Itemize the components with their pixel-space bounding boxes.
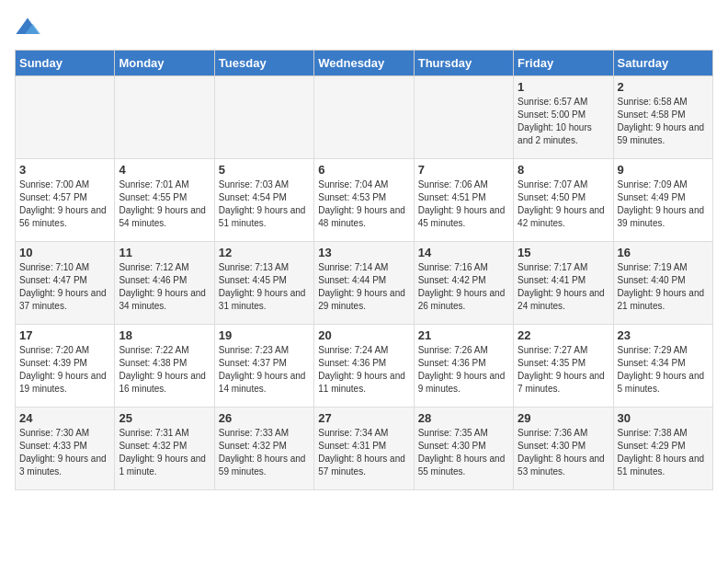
calendar-cell: [314, 76, 414, 159]
day-info: Sunrise: 7:03 AM Sunset: 4:54 PM Dayligh…: [219, 178, 310, 230]
day-number: 7: [418, 163, 509, 177]
header: [15, 15, 713, 40]
day-header-sunday: Sunday: [16, 51, 115, 76]
day-header-friday: Friday: [514, 51, 613, 76]
day-info: Sunrise: 7:33 AM Sunset: 4:32 PM Dayligh…: [219, 427, 310, 478]
calendar-cell: 30Sunrise: 7:38 AM Sunset: 4:29 PM Dayli…: [613, 408, 712, 490]
day-number: 3: [19, 163, 110, 177]
day-info: Sunrise: 7:27 AM Sunset: 4:35 PM Dayligh…: [518, 344, 609, 396]
calendar-cell: 18Sunrise: 7:22 AM Sunset: 4:38 PM Dayli…: [115, 325, 214, 408]
day-number: 16: [618, 246, 709, 259]
day-number: 11: [119, 246, 210, 259]
calendar-cell: 4Sunrise: 7:01 AM Sunset: 4:55 PM Daylig…: [115, 159, 214, 242]
day-number: 2: [618, 80, 709, 94]
day-number: 28: [418, 411, 509, 425]
day-number: 4: [119, 163, 210, 177]
day-info: Sunrise: 7:34 AM Sunset: 4:31 PM Dayligh…: [318, 427, 409, 478]
calendar-cell: 12Sunrise: 7:13 AM Sunset: 4:45 PM Dayli…: [214, 242, 313, 325]
calendar-cell: 7Sunrise: 7:06 AM Sunset: 4:51 PM Daylig…: [414, 159, 513, 242]
calendar-cell: 15Sunrise: 7:17 AM Sunset: 4:41 PM Dayli…: [514, 242, 613, 325]
day-number: 26: [219, 411, 310, 425]
day-header-monday: Monday: [115, 51, 214, 76]
calendar-cell: 25Sunrise: 7:31 AM Sunset: 4:32 PM Dayli…: [115, 408, 214, 490]
calendar-cell: 29Sunrise: 7:36 AM Sunset: 4:30 PM Dayli…: [514, 408, 613, 490]
calendar-table: SundayMondayTuesdayWednesdayThursdayFrid…: [15, 50, 713, 490]
day-info: Sunrise: 7:09 AM Sunset: 4:49 PM Dayligh…: [618, 178, 709, 230]
day-header-wednesday: Wednesday: [314, 51, 414, 76]
day-number: 1: [518, 80, 609, 94]
day-info: Sunrise: 7:29 AM Sunset: 4:34 PM Dayligh…: [618, 344, 709, 396]
day-number: 30: [618, 411, 709, 425]
day-info: Sunrise: 7:26 AM Sunset: 4:36 PM Dayligh…: [418, 344, 509, 396]
day-number: 20: [318, 328, 409, 342]
day-info: Sunrise: 7:01 AM Sunset: 4:55 PM Dayligh…: [119, 178, 210, 230]
calendar-cell: 11Sunrise: 7:12 AM Sunset: 4:46 PM Dayli…: [115, 242, 214, 325]
day-info: Sunrise: 7:19 AM Sunset: 4:40 PM Dayligh…: [618, 261, 709, 313]
day-info: Sunrise: 7:31 AM Sunset: 4:32 PM Dayligh…: [119, 427, 210, 478]
logo-icon: [15, 15, 40, 40]
day-info: Sunrise: 7:06 AM Sunset: 4:51 PM Dayligh…: [418, 178, 509, 230]
calendar-cell: 3Sunrise: 7:00 AM Sunset: 4:57 PM Daylig…: [16, 159, 115, 242]
day-number: 25: [119, 411, 210, 425]
calendar-cell: [115, 76, 214, 159]
calendar-cell: 9Sunrise: 7:09 AM Sunset: 4:49 PM Daylig…: [613, 159, 712, 242]
day-number: 12: [219, 246, 310, 259]
calendar-cell: 27Sunrise: 7:34 AM Sunset: 4:31 PM Dayli…: [314, 408, 414, 490]
day-number: 27: [318, 411, 409, 425]
calendar-cell: 2Sunrise: 6:58 AM Sunset: 4:58 PM Daylig…: [613, 76, 712, 159]
day-info: Sunrise: 7:16 AM Sunset: 4:42 PM Dayligh…: [418, 261, 509, 313]
calendar-cell: 21Sunrise: 7:26 AM Sunset: 4:36 PM Dayli…: [414, 325, 513, 408]
day-number: 19: [219, 328, 310, 342]
day-info: Sunrise: 6:57 AM Sunset: 5:00 PM Dayligh…: [518, 96, 609, 147]
calendar-cell: 26Sunrise: 7:33 AM Sunset: 4:32 PM Dayli…: [214, 408, 313, 490]
day-number: 9: [618, 163, 709, 177]
day-info: Sunrise: 7:12 AM Sunset: 4:46 PM Dayligh…: [119, 261, 210, 313]
calendar-cell: 23Sunrise: 7:29 AM Sunset: 4:34 PM Dayli…: [613, 325, 712, 408]
day-info: Sunrise: 7:04 AM Sunset: 4:53 PM Dayligh…: [318, 178, 409, 230]
day-info: Sunrise: 7:22 AM Sunset: 4:38 PM Dayligh…: [119, 344, 210, 396]
calendar-week-row: 24Sunrise: 7:30 AM Sunset: 4:33 PM Dayli…: [16, 408, 713, 490]
calendar-cell: 14Sunrise: 7:16 AM Sunset: 4:42 PM Dayli…: [414, 242, 513, 325]
day-info: Sunrise: 7:23 AM Sunset: 4:37 PM Dayligh…: [219, 344, 310, 396]
day-number: 17: [19, 328, 110, 342]
day-info: Sunrise: 6:58 AM Sunset: 4:58 PM Dayligh…: [618, 96, 709, 147]
calendar-week-row: 1Sunrise: 6:57 AM Sunset: 5:00 PM Daylig…: [16, 76, 713, 159]
calendar-cell: 10Sunrise: 7:10 AM Sunset: 4:47 PM Dayli…: [16, 242, 115, 325]
calendar-cell: 20Sunrise: 7:24 AM Sunset: 4:36 PM Dayli…: [314, 325, 414, 408]
day-info: Sunrise: 7:07 AM Sunset: 4:50 PM Dayligh…: [518, 178, 609, 230]
day-header-saturday: Saturday: [613, 51, 712, 76]
day-number: 14: [418, 246, 509, 259]
day-number: 29: [518, 411, 609, 425]
calendar-cell: 16Sunrise: 7:19 AM Sunset: 4:40 PM Dayli…: [613, 242, 712, 325]
calendar-cell: 28Sunrise: 7:35 AM Sunset: 4:30 PM Dayli…: [414, 408, 513, 490]
day-info: Sunrise: 7:24 AM Sunset: 4:36 PM Dayligh…: [318, 344, 409, 396]
calendar-cell: 1Sunrise: 6:57 AM Sunset: 5:00 PM Daylig…: [514, 76, 613, 159]
calendar-cell: 17Sunrise: 7:20 AM Sunset: 4:39 PM Dayli…: [16, 325, 115, 408]
day-number: 21: [418, 328, 509, 342]
calendar-header-row: SundayMondayTuesdayWednesdayThursdayFrid…: [16, 51, 713, 76]
day-info: Sunrise: 7:14 AM Sunset: 4:44 PM Dayligh…: [318, 261, 409, 313]
calendar-cell: 24Sunrise: 7:30 AM Sunset: 4:33 PM Dayli…: [16, 408, 115, 490]
day-number: 10: [19, 246, 110, 259]
calendar-cell: [414, 76, 513, 159]
day-info: Sunrise: 7:13 AM Sunset: 4:45 PM Dayligh…: [219, 261, 310, 313]
calendar-week-row: 17Sunrise: 7:20 AM Sunset: 4:39 PM Dayli…: [16, 325, 713, 408]
day-info: Sunrise: 7:35 AM Sunset: 4:30 PM Dayligh…: [418, 427, 509, 478]
day-info: Sunrise: 7:30 AM Sunset: 4:33 PM Dayligh…: [19, 427, 110, 478]
calendar-cell: 8Sunrise: 7:07 AM Sunset: 4:50 PM Daylig…: [514, 159, 613, 242]
calendar-cell: 13Sunrise: 7:14 AM Sunset: 4:44 PM Dayli…: [314, 242, 414, 325]
day-number: 23: [618, 328, 709, 342]
day-number: 15: [518, 246, 609, 259]
calendar-cell: [214, 76, 313, 159]
calendar-week-row: 3Sunrise: 7:00 AM Sunset: 4:57 PM Daylig…: [16, 159, 713, 242]
day-number: 8: [518, 163, 609, 177]
calendar-cell: 22Sunrise: 7:27 AM Sunset: 4:35 PM Dayli…: [514, 325, 613, 408]
day-number: 18: [119, 328, 210, 342]
day-number: 24: [19, 411, 110, 425]
calendar-week-row: 10Sunrise: 7:10 AM Sunset: 4:47 PM Dayli…: [16, 242, 713, 325]
logo: [15, 15, 44, 40]
calendar-cell: 19Sunrise: 7:23 AM Sunset: 4:37 PM Dayli…: [214, 325, 313, 408]
day-number: 6: [318, 163, 409, 177]
day-number: 13: [318, 246, 409, 259]
day-info: Sunrise: 7:17 AM Sunset: 4:41 PM Dayligh…: [518, 261, 609, 313]
